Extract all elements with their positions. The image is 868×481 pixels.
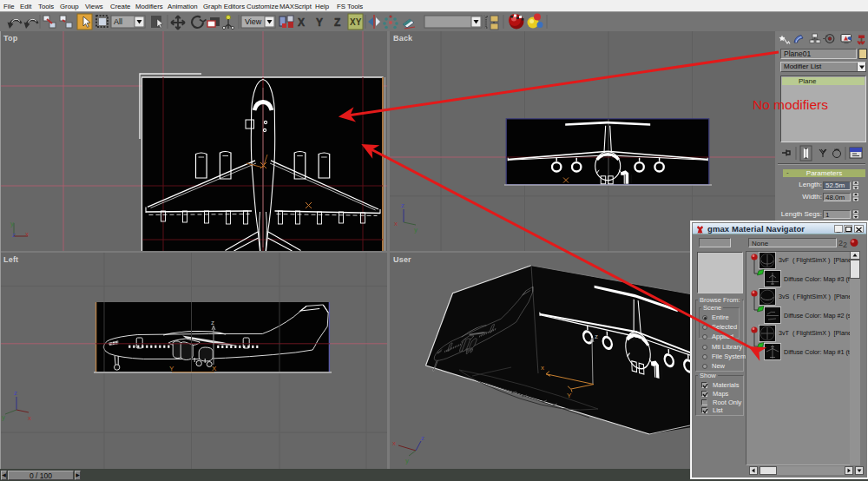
svg-text:Z: Z [334,16,340,29]
svg-text:3vT ( FlightSimX ) [Plane01]: 3vT ( FlightSimX ) [Plane01] [779,329,850,337]
svg-text:Diffuse Color: Map #1 (top: Diffuse Color: Map #1 (top [784,348,850,356]
svg-text:y: y [2,413,5,421]
svg-text:y: y [414,226,418,234]
svg-text:z: z [211,319,214,326]
svg-text:Diffuse Color: Map #3 (fro: Diffuse Color: Map #3 (fro [784,275,850,283]
svg-text:y: y [405,457,409,465]
svg-text:y: y [10,220,14,227]
svg-text:View: View [245,17,262,26]
svg-text:z: z [401,201,404,209]
svg-text:x: x [392,439,396,447]
svg-text:x: x [394,220,398,227]
svg-text:z: z [14,389,17,397]
svg-text:X: X [298,16,305,29]
svg-text:Diffuse Color: Map #2 (sid: Diffuse Color: Map #2 (sid [784,312,850,320]
svg-text:Y: Y [567,392,572,399]
svg-text:All: All [114,17,122,26]
svg-text:Y: Y [169,365,174,372]
svg-text:Y: Y [316,16,323,29]
svg-text:x: x [28,414,31,422]
svg-text:X: X [212,365,217,372]
svg-text:x: x [541,364,544,372]
svg-text:z: z [595,333,598,340]
svg-text:3vS ( FlightSimX ) [Plane03]: 3vS ( FlightSimX ) [Plane03] [779,293,850,300]
svg-text:z: z [12,231,16,239]
svg-text:2: 2 [843,240,847,248]
svg-text:3vF ( FlightSimX ) [Plane02]: 3vF ( FlightSimX ) [Plane02] [779,256,850,264]
svg-text:x: x [25,230,29,238]
svg-text:z: z [421,434,424,442]
svg-text:XY: XY [350,17,362,27]
